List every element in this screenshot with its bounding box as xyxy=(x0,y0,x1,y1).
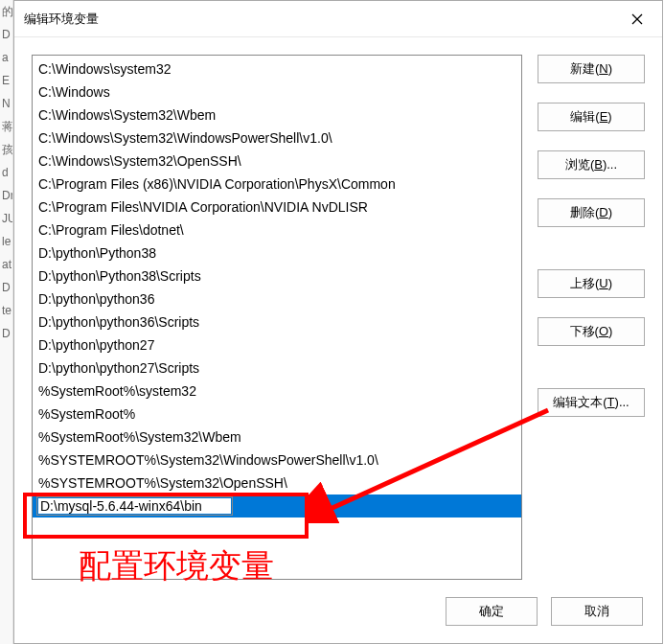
list-item[interactable]: D:\python\Python38 xyxy=(33,242,521,264)
list-item[interactable]: C:\Windows\system32 xyxy=(33,58,521,80)
list-item[interactable]: D:\python\python27 xyxy=(33,334,521,356)
list-item[interactable]: %SystemRoot% xyxy=(33,402,521,426)
titlebar: 编辑环境变量 xyxy=(14,1,662,37)
dialog-body: C:\Windows\system32C:\WindowsC:\Windows\… xyxy=(14,37,662,580)
list-item[interactable]: D:\python\python36 xyxy=(33,288,521,310)
side-button-column: 新建(N) 编辑(E) 浏览(B)... 删除(D) 上移(U) 下移(O) xyxy=(538,55,645,580)
list-item[interactable]: D:\python\Python38\Scripts xyxy=(33,264,521,288)
list-item[interactable]: C:\Windows xyxy=(33,80,521,104)
list-item[interactable]: D:\python\python36\Scripts xyxy=(33,310,521,334)
close-icon xyxy=(631,13,643,25)
move-down-button[interactable]: 下移(O) xyxy=(538,317,645,346)
list-item[interactable]: C:\Windows\System32\OpenSSH\ xyxy=(33,150,521,172)
list-item[interactable]: D:\python\python27\Scripts xyxy=(33,356,521,380)
path-listbox[interactable]: C:\Windows\system32C:\WindowsC:\Windows\… xyxy=(32,55,522,580)
new-button[interactable]: 新建(N) xyxy=(538,55,645,83)
dialog-footer: 确定 取消 xyxy=(14,580,662,643)
list-item[interactable]: %SYSTEMROOT%\System32\OpenSSH\ xyxy=(33,472,521,494)
edit-button[interactable]: 编辑(E) xyxy=(538,103,645,131)
background-edge-strip: 的DaEN蒋孩dDrJUleatDteD xyxy=(0,0,13,644)
cancel-button[interactable]: 取消 xyxy=(551,597,643,626)
list-item[interactable]: C:\Program Files (x86)\NVIDIA Corporatio… xyxy=(33,172,521,196)
ok-button[interactable]: 确定 xyxy=(446,597,538,626)
list-item[interactable]: C:\Windows\System32\WindowsPowerShell\v1… xyxy=(33,126,521,150)
edit-text-button[interactable]: 编辑文本(T)... xyxy=(538,388,645,417)
edit-env-var-dialog: 编辑环境变量 C:\Windows\system32C:\WindowsC:\W… xyxy=(13,0,663,644)
close-button[interactable] xyxy=(618,5,656,34)
list-item[interactable]: C:\Program Files\NVIDIA Corporation\NVID… xyxy=(33,196,521,218)
move-up-button[interactable]: 上移(U) xyxy=(538,269,645,298)
list-item[interactable]: C:\Program Files\dotnet\ xyxy=(33,218,521,242)
list-item[interactable]: %SYSTEMROOT%\System32\WindowsPowerShell\… xyxy=(33,448,521,472)
list-item[interactable]: %SystemRoot%\System32\Wbem xyxy=(33,426,521,448)
list-item-selected[interactable] xyxy=(33,494,521,518)
delete-button[interactable]: 删除(D) xyxy=(538,198,645,227)
list-item[interactable]: C:\Windows\System32\Wbem xyxy=(33,104,521,126)
dialog-title: 编辑环境变量 xyxy=(24,11,99,28)
path-edit-input[interactable] xyxy=(36,496,233,516)
browse-button[interactable]: 浏览(B)... xyxy=(538,150,645,179)
list-item[interactable]: %SystemRoot%\system32 xyxy=(33,380,521,402)
